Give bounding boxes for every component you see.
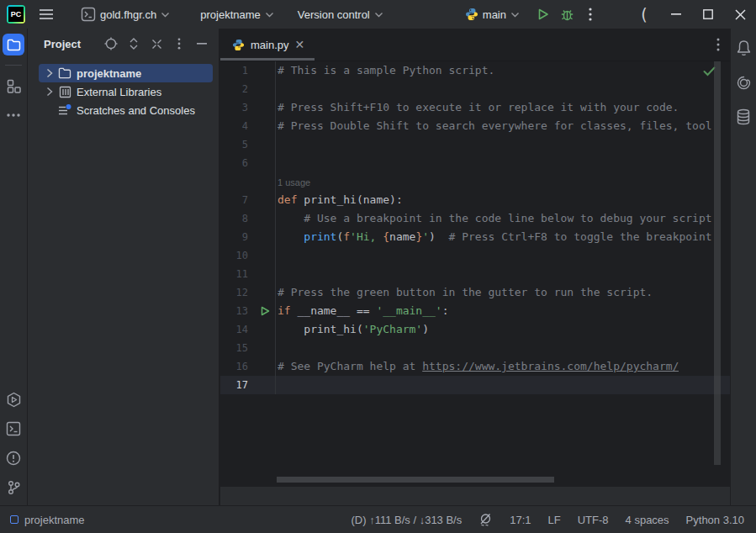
vcs-selector[interactable]: Version control (293, 3, 389, 25)
horizontal-scrollbar[interactable] (277, 477, 554, 483)
code-text: # Press Double Shift to search everywher… (276, 117, 712, 135)
line-number[interactable]: 15 (220, 339, 276, 357)
project-tool-window-button[interactable] (3, 34, 24, 55)
run-button[interactable] (531, 3, 555, 25)
tree-item-label: Scratches and Consoles (77, 104, 195, 117)
line-number[interactable]: 7 (220, 191, 276, 209)
code-line[interactable]: 16# See PyCharm help at https://www.jetb… (220, 357, 730, 376)
network-transfer-widget[interactable]: (D) ↑111 B/s / ↓313 B/s (343, 514, 471, 526)
status-project-widget[interactable]: projektname (10, 514, 85, 526)
code-line[interactable]: 1# This is a sample Python script. (220, 61, 730, 80)
active-tab-indicator (220, 58, 315, 61)
line-number[interactable]: 10 (220, 246, 276, 265)
terminal-tool-window-button[interactable] (3, 418, 24, 440)
project-selector[interactable]: projektname (195, 3, 279, 25)
highlighting-level-button[interactable] (470, 513, 501, 527)
line-number[interactable]: 1 (220, 61, 276, 80)
line-number[interactable]: 5 (220, 135, 276, 154)
code-line[interactable]: 3# Press Shift+F10 to execute it or repl… (220, 98, 730, 117)
line-number[interactable]: 3 (220, 98, 276, 117)
tab-close-icon[interactable]: ✕ (295, 39, 305, 50)
expand-chevrons-icon (129, 37, 139, 50)
inlay-text[interactable]: 1 usage (276, 172, 310, 191)
tree-item-projektname[interactable]: projektname (39, 64, 213, 82)
more-dots-icon (7, 113, 20, 117)
ai-assistant-button[interactable] (734, 73, 753, 92)
line-number[interactable]: 14 (220, 320, 276, 339)
main-menu-button[interactable] (34, 3, 59, 25)
services-tool-window-button[interactable] (3, 388, 24, 410)
theme-crescent-button[interactable]: ( (628, 0, 660, 29)
code-line[interactable]: 8 # Use a breakpoint in the code line be… (220, 209, 730, 228)
status-bar: projektname (D) ↑111 B/s / ↓313 B/s 17:1… (0, 505, 756, 533)
expand-collapse-button[interactable] (125, 35, 142, 52)
indent-widget[interactable]: 4 spaces (617, 514, 678, 526)
database-icon (736, 108, 751, 125)
gutter (220, 172, 276, 191)
code-line[interactable]: 12# Press the green button in the gutter… (220, 283, 730, 302)
panel-options-button[interactable] (171, 35, 188, 52)
code-line[interactable]: 7def print_hi(name): (220, 191, 730, 209)
vertical-scrollbar[interactable] (714, 61, 721, 465)
code-line[interactable]: 2 (220, 80, 730, 98)
git-branch-icon (7, 480, 21, 495)
code-line[interactable]: 11 (220, 265, 730, 283)
editor-tab-bar: main.py ✕ (220, 29, 730, 61)
more-actions-button[interactable] (579, 3, 601, 25)
line-number[interactable]: 13 (220, 302, 276, 320)
editor-options-button[interactable] (716, 29, 730, 61)
code-lines: 1# This is a sample Python script.23# Pr… (220, 61, 730, 394)
code-text: print(f'Hi, {name}') # Press Ctrl+F8 to … (276, 228, 712, 246)
database-button[interactable] (734, 108, 753, 126)
close-button[interactable] (724, 0, 756, 29)
encoding-widget[interactable]: UTF-8 (569, 514, 617, 526)
chevron-right-icon[interactable] (43, 87, 56, 97)
code-line[interactable]: 17 (220, 376, 730, 394)
python-interpreter-widget[interactable]: Python 3.10 (678, 514, 744, 526)
collapse-all-button[interactable] (148, 35, 165, 52)
status-bar-right: (D) ↑111 B/s / ↓313 B/s 17:1 LF UTF-8 4 … (343, 513, 745, 527)
version-control-tool-window-button[interactable] (3, 477, 24, 499)
line-number[interactable]: 8 (220, 209, 276, 228)
line-number[interactable]: 4 (220, 117, 276, 135)
code-line[interactable]: 6 (220, 154, 730, 172)
hide-panel-button[interactable] (193, 35, 210, 52)
debug-button[interactable] (555, 3, 579, 25)
line-number[interactable]: 17 (220, 376, 276, 394)
vertical-ellipsis-icon (589, 8, 592, 21)
run-configuration-selector[interactable]: main (460, 3, 525, 25)
code-line[interactable]: 5 (220, 135, 730, 154)
code-line[interactable]: 10 (220, 246, 730, 265)
locate-file-button[interactable] (103, 35, 119, 52)
chevron-down-icon (510, 12, 520, 18)
maximize-button[interactable] (692, 0, 724, 29)
more-tool-windows-button[interactable] (3, 104, 24, 126)
caret-position-widget[interactable]: 17:1 (501, 514, 539, 526)
code-text: # Press the green button in the gutter t… (276, 283, 653, 302)
usages-inlay-hint[interactable]: 1 usage (220, 172, 730, 191)
host-selector[interactable]: gold.fhgr.ch (76, 3, 175, 25)
code-line[interactable]: 9 print(f'Hi, {name}') # Press Ctrl+F8 t… (220, 228, 730, 246)
run-line-icon[interactable] (261, 306, 270, 316)
problems-tool-window-button[interactable] (3, 447, 24, 469)
code-editor[interactable]: 1# This is a sample Python script.23# Pr… (220, 61, 730, 486)
tree-item-scratches[interactable]: Scratches and Consoles (39, 101, 213, 119)
code-line[interactable]: 4# Press Double Shift to search everywhe… (220, 117, 730, 135)
line-separator-widget[interactable]: LF (540, 514, 569, 526)
code-text (276, 246, 278, 265)
chevron-right-icon[interactable] (43, 68, 56, 78)
structure-tool-window-button[interactable] (3, 75, 24, 97)
line-number[interactable]: 9 (220, 228, 276, 246)
code-line[interactable]: 13if __name__ == '__main__': (220, 302, 730, 320)
notifications-button[interactable] (734, 39, 753, 57)
minimize-button[interactable] (660, 0, 692, 29)
line-number[interactable]: 16 (220, 357, 276, 376)
tab-main-py[interactable]: main.py ✕ (220, 29, 315, 61)
line-number[interactable]: 12 (220, 283, 276, 302)
code-line[interactable]: 15 (220, 339, 730, 357)
tree-item-external-libraries[interactable]: External Libraries (39, 82, 213, 101)
code-line[interactable]: 14 print_hi('PyCharm') (220, 320, 730, 339)
line-number[interactable]: 2 (220, 80, 276, 98)
line-number[interactable]: 6 (220, 154, 276, 172)
line-number[interactable]: 11 (220, 265, 276, 283)
